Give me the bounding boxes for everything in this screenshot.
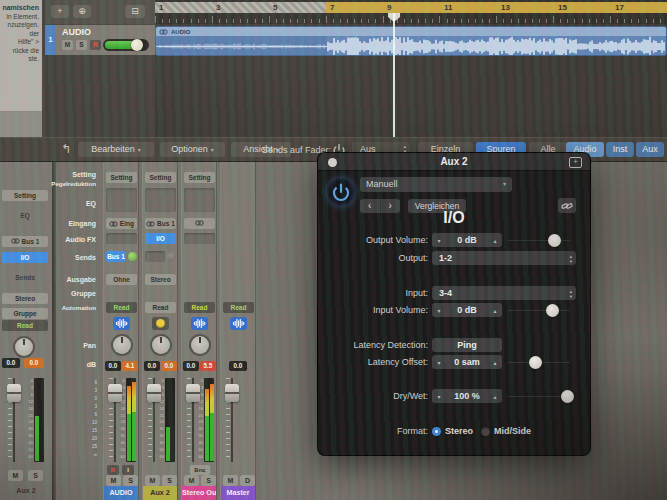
inspector-setting[interactable]: Setting xyxy=(2,190,48,201)
bnc-button[interactable]: Bnc xyxy=(190,465,210,475)
add-track-button[interactable]: + xyxy=(51,5,69,18)
link-mode-icon[interactable]: + xyxy=(569,157,582,168)
legend-pan: Pan xyxy=(83,342,96,349)
m-button[interactable]: M xyxy=(145,475,160,486)
track-s-button[interactable]: S xyxy=(76,40,87,50)
plugin-power-button[interactable] xyxy=(327,178,355,206)
input-slot[interactable]: Bus 1 xyxy=(145,218,176,229)
param-slider-knob[interactable] xyxy=(529,356,542,369)
meter-scale-number: 50 xyxy=(157,448,164,452)
setting-button[interactable]: Setting xyxy=(184,172,215,183)
s-button[interactable]: S xyxy=(28,470,43,481)
input-slot[interactable] xyxy=(184,218,215,229)
ruler-tick xyxy=(383,16,384,23)
legend-fader-scale: 25 xyxy=(92,444,97,449)
track-volume-slider[interactable] xyxy=(103,39,149,51)
plugin-titlebar[interactable]: Aux 2 + xyxy=(318,153,590,171)
send-slot[interactable]: Bus 1 xyxy=(106,251,126,262)
meter-scale-number: 6 xyxy=(157,393,164,397)
ruler-tick xyxy=(574,19,575,23)
legend-fader-scale: ∞ xyxy=(94,452,97,457)
pan-knob[interactable] xyxy=(189,334,211,356)
inspector-stereo[interactable]: Stereo xyxy=(2,293,48,304)
audio-fx-slot[interactable] xyxy=(106,233,137,244)
send-level-knob[interactable] xyxy=(167,252,176,261)
audio-fx-slot[interactable] xyxy=(184,233,215,244)
fader-cap[interactable] xyxy=(7,384,21,402)
preset-dropdown[interactable]: Manuell ▾ xyxy=(360,177,512,192)
ruler-tick xyxy=(276,19,277,23)
param-stepper[interactable]: ▾0 dB▴ xyxy=(432,233,502,247)
duplicate-track-button[interactable]: ⊕ xyxy=(73,5,91,18)
param-stepper[interactable]: ▾0 dB▴ xyxy=(432,303,502,317)
track-toolbar: +⊕⊟ xyxy=(45,0,155,24)
ruler-tick xyxy=(347,19,348,23)
input-slot[interactable]: Eing xyxy=(106,218,137,229)
audio-region[interactable]: AUDIO xyxy=(155,26,667,56)
m-button[interactable]: M xyxy=(8,470,23,481)
output-slot[interactable]: Stereo xyxy=(145,274,176,285)
output-slot[interactable]: Ohne xyxy=(106,274,137,285)
plugin-window-aux2[interactable]: Aux 2 + Manuell ▾ ‹ › Vergleichen I/O Ou… xyxy=(318,153,590,455)
eq-display-slot[interactable] xyxy=(184,188,215,212)
m-button[interactable]: M xyxy=(184,475,199,486)
peak-value: 5.5 xyxy=(200,361,216,371)
param-select[interactable]: 1-2▴▾ xyxy=(432,251,576,265)
r-button[interactable]: R xyxy=(107,465,119,475)
inspector-read[interactable]: Read xyxy=(2,320,48,331)
eq-display-slot[interactable] xyxy=(145,188,176,212)
channel-strip-master: Read0.0MDMaster xyxy=(220,162,256,500)
s-button[interactable]: S xyxy=(162,475,177,486)
send-slot[interactable] xyxy=(145,251,165,262)
inspector-bus-1[interactable]: Bus 1 xyxy=(2,236,48,247)
s-button[interactable]: S xyxy=(123,475,138,486)
setting-button[interactable]: Setting xyxy=(145,172,176,183)
ruler-bar-5: 5 xyxy=(273,3,277,12)
send-level-knob[interactable] xyxy=(128,252,137,261)
track-m-button[interactable]: M xyxy=(62,40,73,50)
type-segment-aux[interactable]: Aux xyxy=(636,142,664,157)
back-arrow-icon[interactable]: ↰ xyxy=(58,141,74,157)
automation-mode-button[interactable]: Read xyxy=(145,302,176,313)
param-slider-knob[interactable] xyxy=(546,304,559,317)
setting-button[interactable]: Setting xyxy=(106,172,137,183)
inspector-gruppe[interactable]: Gruppe xyxy=(2,308,48,319)
ruler-tick xyxy=(283,19,284,23)
param-stepper[interactable]: ▾100 %▴ xyxy=(432,389,502,403)
volume-knob[interactable] xyxy=(131,39,143,51)
s-button[interactable]: S xyxy=(201,475,216,486)
menu-bearbeiten[interactable]: Bearbeiten▾ xyxy=(78,142,154,157)
menu-optionen[interactable]: Optionen▾ xyxy=(160,142,225,157)
i-button[interactable]: I xyxy=(122,465,134,475)
volume-value: 0.0 xyxy=(229,361,247,371)
ping-button[interactable]: Ping xyxy=(432,338,502,352)
param-slider-knob[interactable] xyxy=(548,234,561,247)
pan-knob[interactable] xyxy=(111,334,133,356)
bar-ruler[interactable]: 1357911131517 xyxy=(155,0,667,24)
fader-cap[interactable] xyxy=(225,384,239,402)
track-header-config-button[interactable]: ⊟ xyxy=(125,5,145,18)
automation-mode-button[interactable]: Read xyxy=(223,302,254,313)
track-header[interactable]: 1 AUDIO MSR xyxy=(45,25,155,55)
format-radio-stereo[interactable] xyxy=(432,427,441,436)
meter-scale-number: 12 xyxy=(196,400,203,404)
automation-mode-button[interactable]: Read xyxy=(106,302,137,313)
automation-mode-button[interactable]: Read xyxy=(184,302,215,313)
type-segment-inst[interactable]: Inst xyxy=(606,142,634,157)
eq-display-slot[interactable] xyxy=(106,188,137,212)
param-select[interactable]: 3-4▴▾ xyxy=(432,286,576,300)
inspector-i-o[interactable]: I/O xyxy=(2,252,48,263)
pan-knob[interactable] xyxy=(150,334,172,356)
m-button[interactable]: M xyxy=(106,475,121,486)
param-stepper[interactable]: ▾0 sam▴ xyxy=(432,355,502,369)
audio-fx-slot[interactable]: I/O xyxy=(145,233,176,244)
track-r-button[interactable]: R xyxy=(90,40,101,50)
d-button[interactable]: D xyxy=(240,475,255,486)
legend-ausgabe: Ausgabe xyxy=(66,276,96,283)
inspector-pan-knob[interactable] xyxy=(13,336,35,358)
meter-scale-number: 60 xyxy=(118,455,125,459)
channel-name-label: Stereo Out xyxy=(182,486,216,500)
m-button[interactable]: M xyxy=(223,475,238,486)
format-radio-mid-side[interactable] xyxy=(481,427,490,436)
param-slider-knob[interactable] xyxy=(561,390,574,403)
